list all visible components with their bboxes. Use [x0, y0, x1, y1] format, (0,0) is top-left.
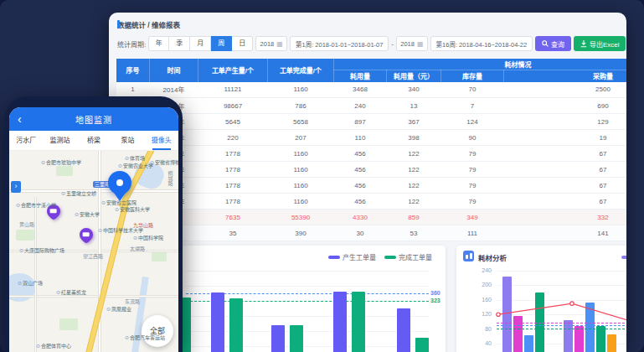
tab-摄像头[interactable]: 摄像头 — [145, 131, 178, 150]
chart-bar — [585, 303, 595, 352]
table-cell: 19 — [504, 130, 627, 146]
selected-location-pin[interactable] — [108, 171, 131, 194]
phone-tab-bar: 污水厂监测站桥梁泵站摄像头 — [9, 131, 178, 151]
gridline — [497, 271, 626, 272]
table-cell: 79 — [441, 194, 504, 210]
phone-header: ‹ 地图监测 — [9, 107, 178, 131]
legend-label: 完成工单量 — [399, 254, 432, 261]
tab-监测站[interactable]: 监测站 — [43, 131, 76, 150]
search-icon — [542, 40, 549, 47]
table-cell: 1 — [116, 82, 150, 98]
map-poi-label: 合肥汽车客运站 — [125, 334, 165, 341]
y-axis-tick: 240 — [475, 267, 492, 273]
start-year-value: 2018 — [260, 40, 275, 48]
filter-toolbar: 统计周期: 年季月周日 2018 ▦ 第1周: 2018-01-01~2018-… — [117, 36, 626, 51]
all-filter-button[interactable]: 全部 — [142, 315, 173, 347]
tab-泵站[interactable]: 泵站 — [111, 131, 144, 150]
breadcrumb: 数据统计 / 维修报表 — [117, 19, 180, 29]
map-park — [152, 251, 167, 261]
table-cell: 67 — [504, 194, 627, 210]
end-week-input[interactable]: 第16周: 2018-04-16~2018-04-22 — [430, 36, 533, 51]
range-separator: - — [391, 40, 394, 48]
chart-bar — [211, 292, 224, 352]
table-row: 52018年177811604561227967 — [116, 146, 627, 162]
start-year-select[interactable]: 2018 ▦ — [255, 36, 287, 51]
map-poi-label: 安徽省博物馆 — [150, 158, 178, 166]
period-option-年[interactable]: 年 — [148, 36, 169, 51]
period-option-日[interactable]: 日 — [232, 36, 253, 51]
period-option-季[interactable]: 季 — [169, 36, 190, 51]
table-row: 22015年98667786240137690 — [116, 98, 627, 114]
table-cell: 1778 — [198, 146, 268, 162]
camera-marker[interactable] — [77, 225, 96, 245]
sub-column-header: 采购量 — [504, 70, 627, 82]
gridline — [497, 285, 626, 286]
expand-panel-button[interactable]: › — [11, 181, 21, 193]
legend-chip — [621, 256, 626, 259]
tab-桥梁[interactable]: 桥梁 — [77, 131, 111, 150]
map-poi-label: 红星美凯龙 — [56, 288, 86, 296]
gridline — [497, 300, 626, 301]
total-cell: 859 — [387, 210, 441, 225]
report-table-wrap: 序号时间工单产生量/个工单完成量/个耗材情况耗用量耗用量（元）库存量采购量120… — [116, 58, 626, 241]
average-row: 平均值353903053111141 — [116, 225, 627, 241]
map-poi-label: 双山广场 — [18, 279, 43, 287]
end-year-select[interactable]: 2018 ▦ — [396, 36, 428, 51]
back-chevron-icon[interactable]: ‹ — [18, 113, 23, 125]
map-poi-label: 安徽大学 — [75, 210, 100, 218]
table-body: 12014年111211160346834070250022015年986677… — [116, 82, 627, 241]
total-cell: 349 — [441, 210, 504, 225]
map-poi-label: 大唐国际购物广场 — [19, 246, 64, 254]
table-cell: 7 — [441, 98, 504, 114]
reference-line — [497, 323, 626, 324]
table-cell: 398 — [387, 130, 441, 146]
chart-bar — [397, 308, 410, 352]
period-option-月[interactable]: 月 — [190, 36, 211, 51]
map-view[interactable]: 三里庵 › 全部 体育场合肥市琥珀中学安徽农业大学安徽省博物馆五里墩立交桥安徽省… — [9, 151, 178, 352]
start-week-input[interactable]: 第1周: 2018-01-01~2018-01-07 — [290, 36, 389, 51]
table-cell: 5658 — [268, 114, 334, 130]
table-cell: 79 — [441, 162, 504, 178]
legend-item-completed[interactable]: 完成工单量 — [384, 252, 432, 261]
consumable-chart-title: 耗材分析 — [478, 252, 507, 262]
reference-label: 360 — [430, 290, 440, 296]
table-cell: 3468 — [334, 82, 387, 98]
table-cell: 2014年 — [150, 82, 198, 98]
table-cell: 122 — [387, 194, 441, 210]
map-poi-label: 合肥市琥珀中学 — [41, 158, 81, 166]
table-cell: 456 — [334, 162, 387, 178]
table-cell: 220 — [198, 130, 268, 146]
table-cell: 456 — [334, 194, 387, 210]
table-cell: 786 — [268, 98, 334, 114]
table-cell: 67 — [504, 178, 627, 194]
map-poi-label: 五里墩立交桥 — [61, 189, 96, 197]
export-excel-button[interactable]: 导出Excel — [574, 36, 626, 51]
map-road-label: 太湖路 — [130, 245, 145, 252]
reference-line — [497, 325, 626, 326]
map-poi-label: 安徽农业大学 — [118, 162, 153, 169]
map-poi-label: 体育场 — [125, 154, 145, 162]
y-axis-tick: 160 — [475, 297, 492, 303]
group-header: 耗材情况 — [334, 59, 627, 70]
average-cell: 35 — [198, 225, 268, 241]
average-cell: 111 — [441, 225, 504, 241]
period-segment: 年季月周日 — [148, 36, 253, 51]
tab-污水厂[interactable]: 污水厂 — [9, 131, 43, 150]
query-button[interactable]: 查询 — [535, 36, 571, 51]
table-cell: 79 — [441, 178, 504, 194]
map-poi-label: 凤凰报业 — [106, 305, 131, 313]
column-header: 序号 — [116, 59, 150, 82]
chart-icon — [463, 251, 474, 261]
legend-item-generated[interactable]: 产生工单量 — [328, 252, 376, 261]
average-cell: 30 — [334, 225, 387, 241]
breadcrumb-accent-bar — [117, 20, 120, 28]
chart-bar — [513, 316, 523, 352]
chart-bar — [415, 338, 429, 352]
period-option-周[interactable]: 周 — [211, 36, 232, 51]
table-cell: 1160 — [268, 146, 334, 162]
map-road-label: 望江西路 — [83, 252, 103, 260]
sub-column-header: 库存量 — [441, 70, 504, 82]
total-cell: 4330 — [334, 210, 387, 225]
table-cell: 79 — [441, 146, 504, 162]
screen: 数据统计 / 维修报表 统计周期: 年季月周日 2018 ▦ 第1周: 2018… — [0, 0, 644, 352]
